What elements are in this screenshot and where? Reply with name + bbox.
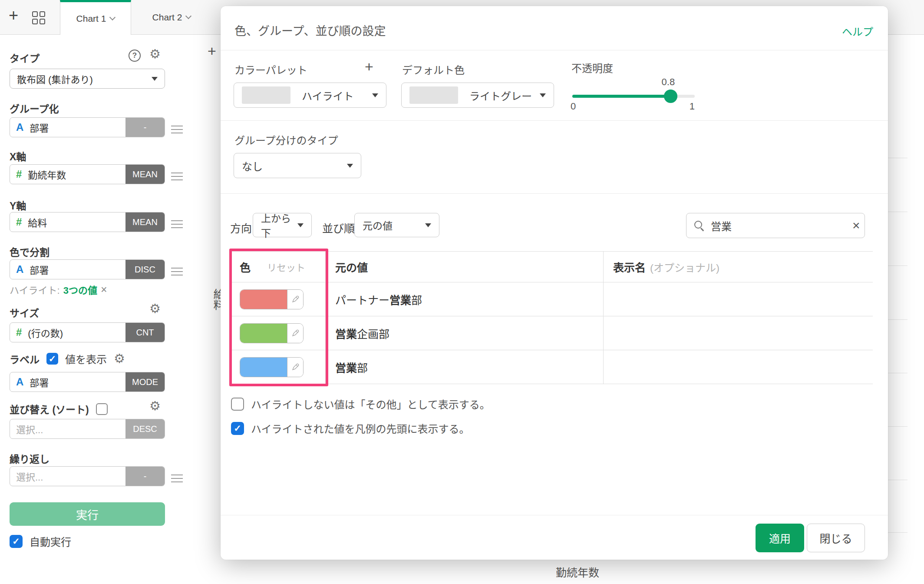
reset-link[interactable]: リセット <box>267 260 305 274</box>
color-swatch-button[interactable] <box>240 357 304 377</box>
group-label: グループ化 <box>10 101 59 116</box>
help-link[interactable]: ヘルプ <box>842 23 873 39</box>
divider <box>221 193 888 194</box>
xaxis-field-value: 勤続年数 <box>28 167 66 181</box>
yaxis-field[interactable]: #給料 MEAN <box>10 212 165 232</box>
autorun-label: 自動実行 <box>30 534 71 549</box>
run-button[interactable]: 実行 <box>10 502 165 526</box>
gear-icon[interactable]: ⚙ <box>149 400 161 412</box>
remove-highlight-icon[interactable]: × <box>101 283 107 296</box>
canvas-add-icon[interactable]: + <box>208 43 216 60</box>
direction-label: 方向 <box>230 220 252 236</box>
repeat-field-placeholder: 選択... <box>10 467 125 486</box>
gear-icon[interactable]: ⚙ <box>149 302 161 315</box>
show-values-label: 値を表示 <box>65 351 107 366</box>
slider-knob[interactable] <box>664 90 677 103</box>
sort-row: 並び替え (ソート) <box>10 402 108 416</box>
xaxis-agg-badge[interactable]: MEAN <box>125 165 165 184</box>
drag-handle-icon[interactable] <box>171 218 183 231</box>
color-swatch[interactable] <box>240 290 287 309</box>
opacity-label: 不透明度 <box>571 60 613 75</box>
search-input[interactable] <box>711 219 845 232</box>
chevron-down-icon[interactable] <box>109 14 116 20</box>
palette-select[interactable]: ハイライト <box>234 83 386 108</box>
sort-field[interactable]: 選択... DESC <box>10 419 165 439</box>
label-field-value: 部署 <box>30 375 49 389</box>
color-swatch[interactable] <box>240 324 287 343</box>
order-select[interactable]: 元の値 <box>354 213 439 237</box>
repeat-agg-badge[interactable]: - <box>125 467 165 486</box>
add-palette-icon[interactable]: + <box>365 59 373 74</box>
show-others-row: ハイライトしない値は「その他」として表示する。 <box>231 396 490 411</box>
size-label: サイズ <box>10 305 39 320</box>
drag-handle-icon[interactable] <box>171 170 183 183</box>
size-field[interactable]: #(行の数) CNT <box>10 322 165 342</box>
color-group-order-settings-modal: 色、グループ、並び順の設定 ヘルプ カラーパレット + ハイライト デフォルト色… <box>221 6 888 560</box>
eyedropper-icon[interactable] <box>287 358 303 377</box>
text-type-icon: A <box>16 263 23 275</box>
autorun-checkbox[interactable] <box>10 535 23 548</box>
repeat-field[interactable]: 選択... - <box>10 466 165 486</box>
grouping-type-label: グループ分けのタイプ <box>234 132 338 147</box>
yaxis-label: Y軸 <box>10 198 26 212</box>
gear-icon[interactable]: ⚙ <box>114 352 125 365</box>
help-icon[interactable]: ? <box>129 50 141 62</box>
sort-checkbox[interactable] <box>96 403 108 415</box>
sort-order-badge[interactable]: DESC <box>125 419 165 438</box>
label-section-label: ラベル <box>10 352 40 366</box>
group-agg-badge[interactable]: - <box>125 118 165 137</box>
highlight-note: ハイライト: 3つの値 × <box>10 282 107 296</box>
gear-icon[interactable]: ⚙ <box>149 48 161 60</box>
text-type-icon: A <box>16 376 23 388</box>
tab-chart-1[interactable]: Chart 1 <box>60 0 131 35</box>
show-others-checkbox[interactable] <box>231 398 244 411</box>
chevron-down-icon[interactable] <box>185 13 191 19</box>
drag-handle-icon[interactable] <box>171 265 183 278</box>
highlight-value-link[interactable]: 3つの値 <box>63 282 97 296</box>
eyedropper-icon[interactable] <box>287 324 303 343</box>
color-swatch-button[interactable] <box>240 289 304 309</box>
close-button[interactable]: 閉じる <box>807 524 865 552</box>
opacity-value: 0.8 <box>662 76 675 88</box>
color-field-value: 部署 <box>30 262 49 276</box>
table-row: パートナー営業部 <box>231 282 873 316</box>
xaxis-field[interactable]: #勤続年数 MEAN <box>10 164 165 184</box>
default-color-swatch <box>409 86 458 104</box>
label-agg-badge[interactable]: MODE <box>125 372 165 392</box>
table-row: 営業企画部 <box>231 316 873 350</box>
label-field[interactable]: A部署 MODE <box>10 372 165 392</box>
size-field-value: (行の数) <box>28 325 63 339</box>
direction-select[interactable]: 上から下 <box>253 213 312 237</box>
chart-type-select[interactable]: 散布図 (集計あり) <box>10 69 165 89</box>
chart-config-sidebar: タイプ ? ⚙ 散布図 (集計あり) グループ化 A部署 - X軸 #勤続年数 … <box>0 35 204 584</box>
highlight-first-checkbox[interactable] <box>231 422 244 435</box>
grouping-type-value: なし <box>242 158 263 173</box>
chart-x-axis-label: 勤続年数 <box>556 564 599 580</box>
eyedropper-icon[interactable] <box>287 290 303 309</box>
tab-chart-2[interactable]: Chart 2 <box>131 0 212 35</box>
table-header-row: 色 リセット 元の値 表示名 (オプショナル) <box>231 251 873 282</box>
divider <box>221 50 888 50</box>
group-field[interactable]: A部署 - <box>10 117 165 137</box>
color-agg-badge[interactable]: DISC <box>125 260 165 279</box>
dashboard-grid-icon[interactable] <box>32 11 46 24</box>
highlight-first-row: ハイライトされた値を凡例の先頭に表示する。 <box>231 421 470 436</box>
color-swatch-button[interactable] <box>240 323 304 343</box>
add-chart-icon[interactable]: + <box>9 7 18 23</box>
caret-down-icon <box>297 223 304 227</box>
show-values-checkbox[interactable] <box>46 353 58 365</box>
default-color-select[interactable]: ライトグレー <box>401 83 554 108</box>
highlight-first-label: ハイライトされた値を凡例の先頭に表示する。 <box>251 421 470 436</box>
size-agg-badge[interactable]: CNT <box>125 323 165 342</box>
drag-handle-icon[interactable] <box>171 123 183 136</box>
yaxis-agg-badge[interactable]: MEAN <box>125 212 165 232</box>
clear-search-icon[interactable]: × <box>852 219 860 232</box>
default-color-label: デフォルト色 <box>402 62 465 77</box>
color-split-field[interactable]: A部署 DISC <box>10 259 165 279</box>
apply-button[interactable]: 適用 <box>756 524 804 552</box>
opacity-slider: 0.8 0 1 <box>572 76 695 116</box>
drag-handle-icon[interactable] <box>171 472 183 485</box>
grouping-type-select[interactable]: なし <box>234 153 361 178</box>
xaxis-label: X軸 <box>10 149 26 163</box>
color-swatch[interactable] <box>240 358 287 377</box>
